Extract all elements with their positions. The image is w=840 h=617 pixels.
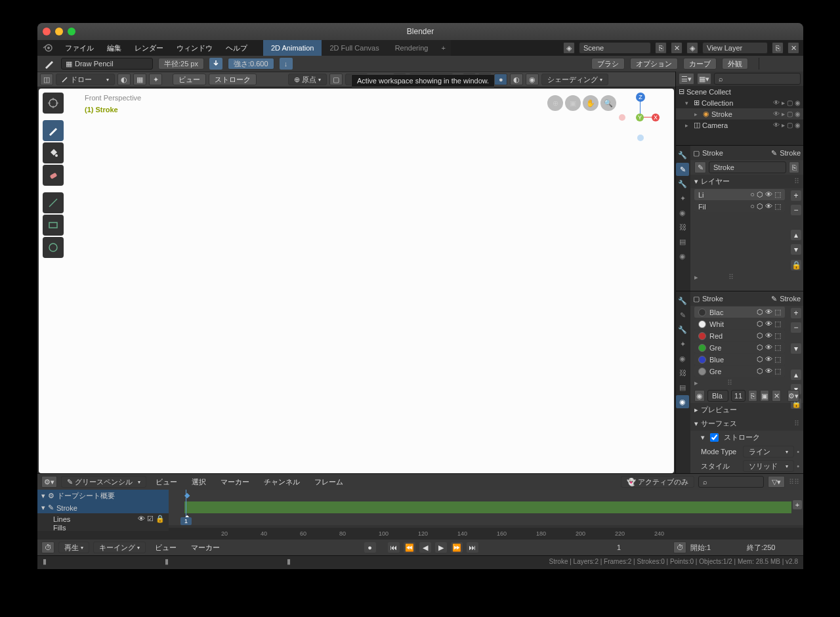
dope-object-row[interactable]: ▾✎Stroke xyxy=(37,502,169,513)
curve-dropdown[interactable]: カーブ xyxy=(683,58,717,70)
material-add-button[interactable]: + xyxy=(791,308,801,318)
erase-tool[interactable] xyxy=(43,165,64,186)
layer-row-fills[interactable]: Fil ○⬡👁⬚ xyxy=(694,201,785,212)
scene-new-icon[interactable]: ⎘ xyxy=(655,42,667,54)
scene-delete-icon[interactable]: ✕ xyxy=(671,42,682,54)
outliner-display-icon[interactable]: ▦▾ xyxy=(697,73,711,85)
outliner-camera-row[interactable]: ▸ ◫ Camera 👁▸▢◉ xyxy=(676,119,803,131)
dope-frame-menu[interactable]: フレーム xyxy=(309,476,348,488)
viewport[interactable]: Front Perspective (1) Stroke ⊕ ▣ ✋ 🔍 Z Y… xyxy=(39,89,674,473)
surface-section[interactable]: ▾サーフェス⠿ xyxy=(690,417,803,431)
material-name-field[interactable]: Bla xyxy=(707,390,728,402)
viewlayer-delete-icon[interactable]: ✕ xyxy=(788,42,799,54)
fill-tool[interactable] xyxy=(43,142,64,163)
eye-icon[interactable]: 👁 xyxy=(138,515,145,523)
lock-icon[interactable]: ⬚ xyxy=(774,202,781,211)
proptab-data-icon[interactable]: ▤ xyxy=(676,235,689,248)
material-row[interactable]: Gre⬡👁⬚ xyxy=(694,366,785,377)
datablock-name-field[interactable]: Stroke xyxy=(709,161,786,173)
outliner-collection-row[interactable]: ▾ ⊞ Collection 👁▸▢◉ xyxy=(676,97,803,108)
eye-icon[interactable]: 👁 xyxy=(765,190,772,199)
material-copy-icon[interactable]: ▣ xyxy=(760,390,769,402)
screen-icon[interactable]: ▢ xyxy=(787,99,793,106)
screen-icon[interactable]: ▢ xyxy=(787,110,793,117)
dope-filter-icon[interactable]: ▽▾ xyxy=(768,476,785,488)
prev-key-button[interactable]: ⏪ xyxy=(404,542,415,553)
datablock-browse-icon[interactable]: ✎ xyxy=(694,161,706,173)
timeline-add-button[interactable]: + xyxy=(793,500,802,509)
scene-field[interactable]: Scene xyxy=(579,42,651,54)
material-remove-button[interactable]: − xyxy=(791,322,801,333)
proptab-object-icon[interactable]: ✎ xyxy=(676,163,689,176)
layer-add-button[interactable]: + xyxy=(791,190,801,201)
material-up-button[interactable]: ▴ xyxy=(791,370,801,380)
onion-icon[interactable]: ⬡ xyxy=(757,190,763,199)
menu-edit[interactable]: 編集 xyxy=(102,42,127,54)
layer-row-lines[interactable]: Li ○⬡👁⬚ xyxy=(694,189,785,200)
rect-tool[interactable] xyxy=(43,215,64,236)
preview-range-icon[interactable]: ⏱ xyxy=(673,542,686,553)
eye-icon[interactable]: 👁 xyxy=(773,99,780,106)
layer-up-button[interactable]: ▴ xyxy=(791,230,801,240)
checkbox-icon[interactable]: ☑ xyxy=(147,515,154,523)
shade-matprev-icon[interactable]: ◐ xyxy=(510,74,523,85)
timeline-type-icon[interactable]: ⏱ xyxy=(41,542,54,553)
modetype-select[interactable]: ライン▾ xyxy=(743,446,794,457)
proptab-constraint-icon[interactable]: ⛓ xyxy=(676,221,689,234)
layer-lock-button[interactable]: 🔒 xyxy=(791,260,801,270)
draw-tool[interactable] xyxy=(43,120,64,141)
outliner-type-icon[interactable]: ☰▾ xyxy=(679,73,694,85)
nodes-toggle-icon[interactable]: ⚙▾ xyxy=(788,390,799,402)
tab-2d-animation[interactable]: 2D Animation xyxy=(263,40,322,56)
proptab-data-icon[interactable]: ▤ xyxy=(676,381,689,394)
screen-icon[interactable]: ▢ xyxy=(787,121,793,129)
proptab-physics-icon[interactable]: ◉ xyxy=(676,206,689,219)
radius-pressure-button[interactable] xyxy=(209,58,222,70)
autokey-button[interactable]: ● xyxy=(364,542,376,553)
keying-dropdown[interactable]: キーイング▾ xyxy=(93,542,146,553)
dope-summary-row[interactable]: ▾⚙ドープシート概要 xyxy=(37,490,169,502)
chevron-down-icon[interactable]: ▾ xyxy=(41,492,45,500)
proptab-material-icon[interactable]: ◉ xyxy=(676,395,689,408)
material-row[interactable]: Blue⬡👁⬚ xyxy=(694,354,785,365)
menu-window[interactable]: ウィンドウ xyxy=(171,42,218,54)
start-frame-field[interactable]: 開始:1 xyxy=(690,543,743,553)
jump-start-button[interactable]: ⏮ xyxy=(388,542,400,553)
layer-remove-button[interactable]: − xyxy=(791,205,801,215)
dopesheet-mode-select[interactable]: ✎ グリースペンシル▾ xyxy=(61,476,146,488)
view-menu[interactable]: ビュー xyxy=(173,74,206,85)
dope-select-menu[interactable]: 選択 xyxy=(186,476,211,488)
nav-zoom-icon[interactable]: 🔍 xyxy=(600,95,616,111)
tl-marker-menu[interactable]: マーカー xyxy=(186,542,225,554)
eye-icon[interactable]: 👁 xyxy=(773,110,780,117)
preview-section[interactable]: ▸プレビュー xyxy=(690,403,803,417)
active-only-toggle[interactable]: 👻 アクティブのみ xyxy=(621,476,694,488)
proptab-fx-icon[interactable]: ✦ xyxy=(676,337,689,351)
axis-neg-icon[interactable] xyxy=(637,135,644,141)
viewlayer-new-icon[interactable]: ⎘ xyxy=(772,42,784,54)
cursor-tool[interactable] xyxy=(43,93,64,114)
mask-icon[interactable]: ○ xyxy=(750,202,755,211)
stroke-section[interactable]: ▾ストローク xyxy=(690,431,803,444)
origin-dropdown[interactable]: ⊕ 原点▾ xyxy=(288,74,327,85)
lock-icon[interactable]: ⬚ xyxy=(774,190,781,199)
shade-solid-icon[interactable]: ● xyxy=(494,74,507,85)
appearance-dropdown[interactable]: 外観 xyxy=(722,58,748,70)
cursor-icon[interactable]: ▸ xyxy=(782,110,785,117)
strength-pressure-button[interactable]: ↓ xyxy=(280,58,293,70)
tab-rendering[interactable]: Rendering xyxy=(387,40,436,56)
dopesheet-type-icon[interactable]: ⚙▾ xyxy=(41,476,57,488)
chevron-down-icon[interactable]: ▾ xyxy=(685,100,692,106)
nav-pan-icon[interactable]: ✋ xyxy=(583,95,598,111)
material-delete-icon[interactable]: ✕ xyxy=(772,390,781,402)
outliner-scene-row[interactable]: ⊟ Scene Collect xyxy=(676,86,803,97)
tab-add-button[interactable]: + xyxy=(436,40,450,56)
editor-type-icon[interactable]: ◫ xyxy=(40,74,53,85)
eye-icon[interactable]: 👁 xyxy=(765,202,772,211)
material-row[interactable]: Red⬡👁⬚ xyxy=(694,330,785,341)
playback-dropdown[interactable]: 再生▾ xyxy=(58,542,89,553)
viewlayer-browse-icon[interactable]: ◈ xyxy=(686,42,698,54)
options-dropdown[interactable]: オプション xyxy=(630,58,678,70)
tab-2d-full-canvas[interactable]: 2D Full Canvas xyxy=(322,40,387,56)
material-browse-icon[interactable]: ◉ xyxy=(694,390,705,402)
